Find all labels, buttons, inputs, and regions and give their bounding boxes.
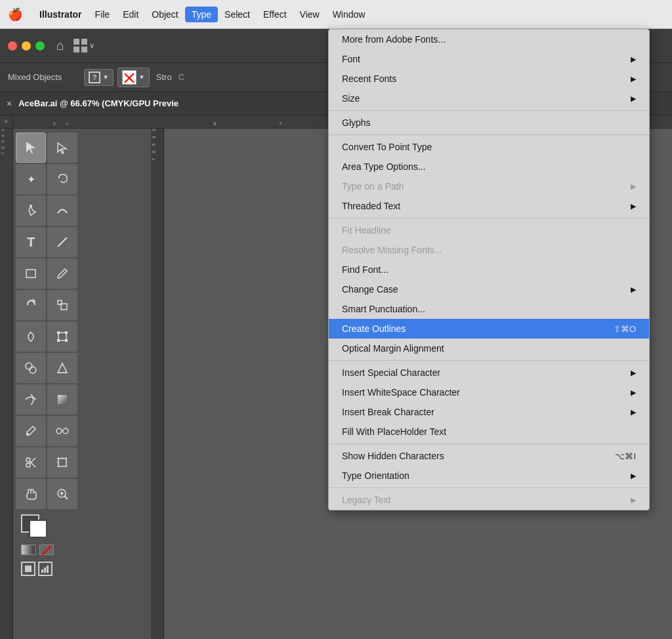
gradient-mode-button[interactable]	[21, 545, 35, 555]
menubar-illustrator[interactable]: Illustrator	[33, 7, 89, 22]
svg-point-15	[56, 428, 62, 434]
fill-box[interactable]	[29, 520, 47, 538]
layout-switcher[interactable]: ∨	[74, 39, 94, 53]
svg-rect-34	[47, 566, 49, 573]
tools-row-4: T	[16, 227, 148, 257]
blend-tool-button[interactable]	[47, 416, 77, 446]
menu-item-show-hidden[interactable]: Show Hidden Characters⌥⌘I	[329, 446, 649, 466]
fill-selector[interactable]: ? ▼	[84, 69, 114, 86]
menu-item-font[interactable]: Font▶	[329, 49, 649, 69]
window-maximize-button[interactable]	[35, 41, 45, 51]
direct-selection-tool-button[interactable]	[47, 133, 77, 163]
tools-row-10	[16, 416, 148, 446]
svg-point-0	[30, 205, 32, 207]
menu-item-arrow-change-case: ▶	[631, 285, 636, 294]
menu-item-insert-special[interactable]: Insert Special Character▶	[329, 363, 649, 382]
tools-row-3	[16, 196, 148, 226]
stroke-label: Stro	[156, 72, 172, 82]
menu-item-label-type-orientation: Type Orientation	[342, 470, 618, 481]
menubar-object[interactable]: Object	[145, 7, 184, 22]
menu-item-area-type-options[interactable]: Area Type Options...	[329, 157, 649, 176]
canvas-close-button[interactable]: ×	[7, 98, 12, 109]
svg-rect-32	[41, 569, 43, 573]
tools-panel: ✛ X « 7 6 5 4 3	[0, 115, 151, 639]
free-transform-tool-button[interactable]	[47, 321, 77, 352]
menu-item-type-orientation[interactable]: Type Orientation▶	[329, 466, 649, 485]
type-menu-dropdown: More from Adobe Fonts...Font▶Recent Font…	[328, 29, 650, 510]
scissors-tool-button[interactable]	[16, 447, 46, 478]
svg-rect-13	[58, 395, 67, 404]
ruler-mark-arrows: «	[66, 121, 68, 127]
pen-tool-button[interactable]	[16, 196, 46, 226]
menu-item-find-font[interactable]: Find Font...	[329, 260, 649, 279]
menu-item-threaded-text[interactable]: Threaded Text▶	[329, 196, 649, 216]
menu-item-arrow-type-on-path: ▶	[631, 182, 636, 191]
width-tool-button[interactable]	[16, 321, 46, 352]
menu-item-optical-margin[interactable]: Optical Margin Alignment	[329, 339, 649, 358]
mesh-tool-button[interactable]	[16, 384, 46, 415]
menu-item-arrow-type-orientation: ▶	[631, 472, 636, 480]
column-chart-button[interactable]	[38, 562, 52, 576]
line-segment-tool-button[interactable]	[47, 227, 77, 257]
menubar-file[interactable]: File	[89, 7, 117, 22]
menu-item-fill-placeholder[interactable]: Fill With PlaceHolder Text	[329, 422, 649, 442]
eyedropper-tool-button[interactable]	[16, 416, 46, 446]
menu-item-size[interactable]: Size▶	[329, 89, 649, 108]
svg-rect-33	[44, 567, 46, 573]
menu-item-insert-break[interactable]: Insert Break Character▶	[329, 402, 649, 422]
hand-tool-button[interactable]	[16, 479, 46, 509]
shape-builder-tool-button[interactable]	[16, 353, 46, 383]
menu-item-glyphs[interactable]: Glyphs	[329, 113, 649, 133]
menu-item-label-create-outlines: Create Outlines	[342, 323, 600, 334]
svg-rect-21	[58, 459, 66, 466]
menu-item-smart-punctuation[interactable]: Smart Punctuation...	[329, 299, 649, 319]
menubar-effect[interactable]: Effect	[257, 7, 293, 22]
svg-point-11	[30, 367, 36, 373]
menubar-view[interactable]: View	[293, 7, 326, 22]
menu-item-insert-whitespace[interactable]: Insert WhiteSpace Character▶	[329, 382, 649, 402]
menu-item-convert-to-point[interactable]: Convert To Point Type	[329, 137, 649, 157]
menu-item-create-outlines[interactable]: Create Outlines⇧⌘O	[329, 319, 649, 339]
paintbrush-tool-button[interactable]	[47, 258, 77, 289]
selection-tool-button[interactable]	[16, 133, 46, 163]
menu-item-label-font: Font	[342, 54, 618, 64]
menu-separator-after-threaded-text	[329, 218, 649, 218]
window-minimize-button[interactable]	[22, 41, 31, 51]
menu-item-fit-headline: Fit Headline	[329, 220, 649, 240]
menu-item-label-insert-special: Insert Special Character	[342, 367, 618, 378]
normal-draw-button[interactable]	[21, 562, 35, 576]
menu-item-label-fill-placeholder: Fill With PlaceHolder Text	[342, 426, 636, 437]
menubar-edit[interactable]: Edit	[116, 7, 145, 22]
menubar-type[interactable]: Type	[185, 7, 218, 22]
magic-wand-tool-button[interactable]: ✦	[16, 164, 46, 194]
tools-row-7	[16, 321, 148, 352]
menu-item-change-case[interactable]: Change Case▶	[329, 279, 649, 299]
lasso-tool-button[interactable]	[47, 164, 77, 194]
menubar-select[interactable]: Select	[218, 7, 257, 22]
type-tool-button[interactable]: T	[16, 227, 46, 257]
menu-bar: 🍎 Illustrator File Edit Object Type Sele…	[0, 0, 672, 29]
mode-buttons	[21, 545, 54, 555]
menu-item-label-recent-fonts: Recent Fonts	[342, 73, 618, 84]
menu-item-more-fonts[interactable]: More from Adobe Fonts...	[329, 30, 649, 49]
menu-item-recent-fonts[interactable]: Recent Fonts▶	[329, 69, 649, 89]
menu-item-arrow-threaded-text: ▶	[631, 202, 636, 211]
tools-row-2: ✦	[16, 164, 148, 194]
artboard-tool-button[interactable]	[47, 447, 77, 478]
zoom-tool-button[interactable]	[47, 479, 77, 509]
menubar-window[interactable]: Window	[326, 7, 372, 22]
stroke-selector[interactable]: ▼	[117, 68, 150, 87]
menu-item-resolve-missing: Resolve Missing Fonts...	[329, 240, 649, 260]
rectangle-tool-button[interactable]	[16, 258, 46, 289]
rotate-tool-button[interactable]	[16, 290, 46, 320]
tool-buttons-grid: ✦ T	[13, 129, 151, 639]
scale-tool-button[interactable]	[47, 290, 77, 320]
window-close-button[interactable]	[8, 41, 17, 51]
perspective-grid-tool-button[interactable]	[47, 353, 77, 383]
no-fill-button[interactable]	[39, 545, 54, 555]
apple-menu[interactable]: 🍎	[8, 7, 22, 22]
menu-item-label-area-type-options: Area Type Options...	[342, 161, 636, 172]
curvature-tool-button[interactable]	[47, 196, 77, 226]
gradient-tool-button[interactable]	[47, 384, 77, 415]
home-icon[interactable]: ⌂	[56, 38, 64, 53]
